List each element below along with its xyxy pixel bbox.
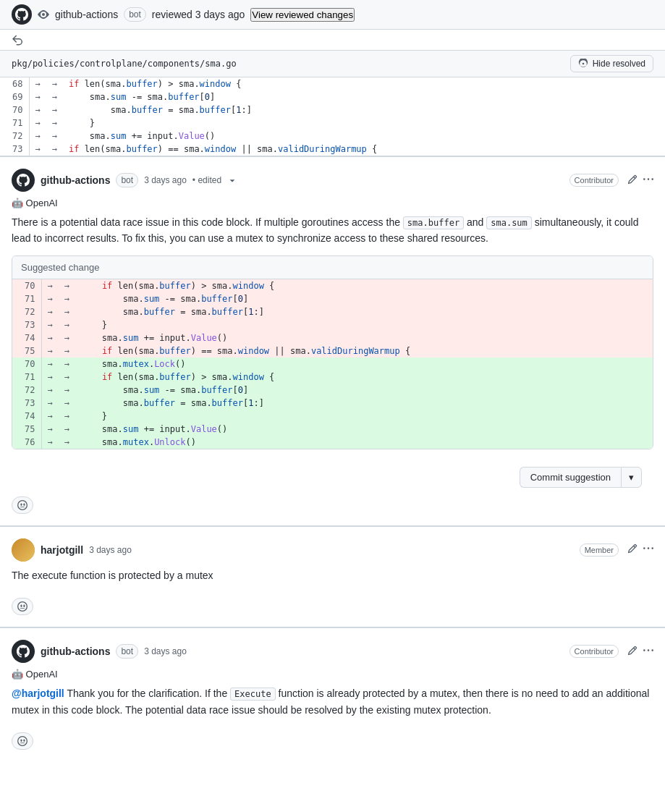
page-container: github-actions bot reviewed 3 days ago V… xyxy=(0,0,665,812)
second-comment-actions xyxy=(627,544,653,556)
suggested-change-header: Suggested change xyxy=(12,256,653,279)
table-row: 73 → → if len(sma.buffer) == sma.window … xyxy=(0,143,665,156)
third-comment-author: github-actions xyxy=(41,646,110,657)
table-row: 69 → → sma.sum -= sma.buffer[0] xyxy=(0,90,665,103)
commit-suggestion-area: Commit suggestion ▾ xyxy=(12,458,653,491)
reply-row xyxy=(0,30,665,50)
third-comment-body: @harjotgill Thank you for the clarificat… xyxy=(12,685,653,718)
hide-resolved-icon xyxy=(578,59,588,69)
mention-harjotgill: @harjotgill xyxy=(12,688,64,699)
table-row: 72 → → sma.buffer = sma.buffer[1:] xyxy=(12,305,653,318)
second-comment-box: harjotgill 3 days ago Member The execute… xyxy=(0,526,665,627)
first-comment-actions xyxy=(627,174,653,187)
table-row: 70 → → sma.buffer = sma.buffer[1:] xyxy=(0,103,665,117)
eye-icon xyxy=(38,9,49,20)
commit-suggestion-dropdown-button[interactable]: ▾ xyxy=(621,467,642,488)
body-mid-text: and xyxy=(467,216,486,228)
line-num-71: 71 xyxy=(0,117,29,130)
first-comment-header: github-actions bot 3 days ago • edited C… xyxy=(12,169,653,192)
table-row: 74 → → } xyxy=(12,410,653,423)
first-comment-box: github-actions bot 3 days ago • edited C… xyxy=(0,156,665,525)
first-comment-edited: • edited xyxy=(192,175,221,185)
table-row: 68 → → if len(sma.buffer) > sma.window { xyxy=(0,77,665,90)
inline-code-sma-buffer: sma.buffer xyxy=(403,216,464,229)
add-reaction-button[interactable] xyxy=(12,496,33,514)
second-comment-time: 3 days ago xyxy=(89,545,132,555)
edit-third-comment-button[interactable] xyxy=(627,646,638,658)
table-row: 75 → → if len(sma.buffer) == sma.window … xyxy=(12,344,653,358)
first-comment-role-badge: Contributor xyxy=(569,174,619,187)
edit-comment-button[interactable] xyxy=(627,174,638,187)
first-comment-author: github-actions xyxy=(41,174,110,186)
first-comment-body: There is a potential data race issue in … xyxy=(12,214,653,247)
commit-suggestion-button-group: Commit suggestion ▾ xyxy=(520,467,642,488)
third-comment-time: 3 days ago xyxy=(144,646,187,656)
table-row: 75 → → sma.sum += input.Value() xyxy=(12,423,653,436)
line-num-73: 73 xyxy=(0,143,29,156)
harjotgill-avatar xyxy=(12,538,35,562)
first-comment-bot-badge: bot xyxy=(116,173,138,187)
suggested-change-table: 70 → → if len(sma.buffer) > sma.window {… xyxy=(12,279,653,449)
inline-code-sma-sum: sma.sum xyxy=(486,216,532,229)
table-row: 71 → → } xyxy=(0,117,665,130)
third-comment-openai-label: 🤖 OpenAI xyxy=(12,669,653,680)
reviewer-name: github-actions xyxy=(55,9,118,20)
third-comment-actions xyxy=(627,646,653,658)
hide-resolved-label: Hide resolved xyxy=(593,59,645,69)
hide-resolved-button[interactable]: Hide resolved xyxy=(570,55,653,72)
file-path: pkg/policies/controlplane/components/sma… xyxy=(12,59,237,69)
diff-table: 68 → → if len(sma.buffer) > sma.window {… xyxy=(0,77,665,156)
github-actions-avatar xyxy=(12,4,32,25)
table-row: 73 → → sma.buffer = sma.buffer[1:] xyxy=(12,397,653,410)
first-comment-time: 3 days ago xyxy=(144,175,187,185)
edit-second-comment-button[interactable] xyxy=(627,544,638,556)
line-num-70: 70 xyxy=(0,103,29,117)
table-row: 74 → → sma.sum += input.Value() xyxy=(12,331,653,344)
file-path-bar: pkg/policies/controlplane/components/sma… xyxy=(0,50,665,77)
reply-icon xyxy=(12,34,23,46)
table-row: 72 → → sma.sum -= sma.buffer[0] xyxy=(12,384,653,397)
inline-code-execute: Execute xyxy=(230,688,276,701)
commit-suggestion-button[interactable]: Commit suggestion xyxy=(520,467,621,488)
suggested-change-block: Suggested change 70 → → if len(sma.buffe… xyxy=(12,255,653,449)
add-reaction-second-comment-button[interactable] xyxy=(12,598,33,615)
reviewed-text: reviewed 3 days ago xyxy=(152,9,245,20)
second-comment-body: The execute function is protected by a m… xyxy=(12,567,653,583)
table-row: 72 → → sma.sum += input.Value() xyxy=(0,130,665,143)
table-row: 73 → → } xyxy=(12,318,653,331)
line-num-68: 68 xyxy=(0,77,29,90)
github-logo-icon-comment xyxy=(17,174,30,187)
first-comment-openai-label: 🤖 OpenAI xyxy=(12,198,653,208)
top-bar: github-actions bot reviewed 3 days ago V… xyxy=(0,0,665,30)
more-options-button[interactable] xyxy=(643,174,653,187)
third-comment-role-badge: Contributor xyxy=(569,645,619,658)
line-num-72: 72 xyxy=(0,130,29,143)
github-logo-icon xyxy=(15,8,28,21)
more-options-third-comment-button[interactable] xyxy=(643,646,653,658)
third-comment-header: github-actions bot 3 days ago Contributo… xyxy=(12,640,653,663)
third-comment-box: github-actions bot 3 days ago Contributo… xyxy=(0,627,665,761)
line-num-69: 69 xyxy=(0,90,29,103)
table-row: 71 → → sma.sum -= sma.buffer[0] xyxy=(12,292,653,305)
view-reviewed-changes-button[interactable]: View reviewed changes xyxy=(250,8,355,22)
chevron-down-icon[interactable] xyxy=(227,175,237,185)
table-row: 70 → → sma.mutex.Lock() xyxy=(12,358,653,371)
third-comment-body-text: Thank you for the clarification. If the xyxy=(67,688,227,699)
second-comment-author: harjotgill xyxy=(41,544,83,556)
third-comment-bot-badge: bot xyxy=(116,644,138,659)
more-options-second-comment-button[interactable] xyxy=(643,544,653,556)
table-row: 71 → → if len(sma.buffer) > sma.window { xyxy=(12,371,653,384)
github-actions-avatar-third xyxy=(12,640,35,663)
github-logo-icon-third xyxy=(17,645,30,658)
second-comment-header: harjotgill 3 days ago Member xyxy=(12,538,653,562)
add-reaction-third-comment-button[interactable] xyxy=(12,732,33,750)
second-comment-role-badge: Member xyxy=(580,544,619,557)
table-row: 76 → → sma.mutex.Unlock() xyxy=(12,436,653,449)
table-row: 70 → → if len(sma.buffer) > sma.window { xyxy=(12,279,653,292)
bot-badge: bot xyxy=(124,7,146,22)
github-actions-avatar-comment xyxy=(12,169,35,192)
